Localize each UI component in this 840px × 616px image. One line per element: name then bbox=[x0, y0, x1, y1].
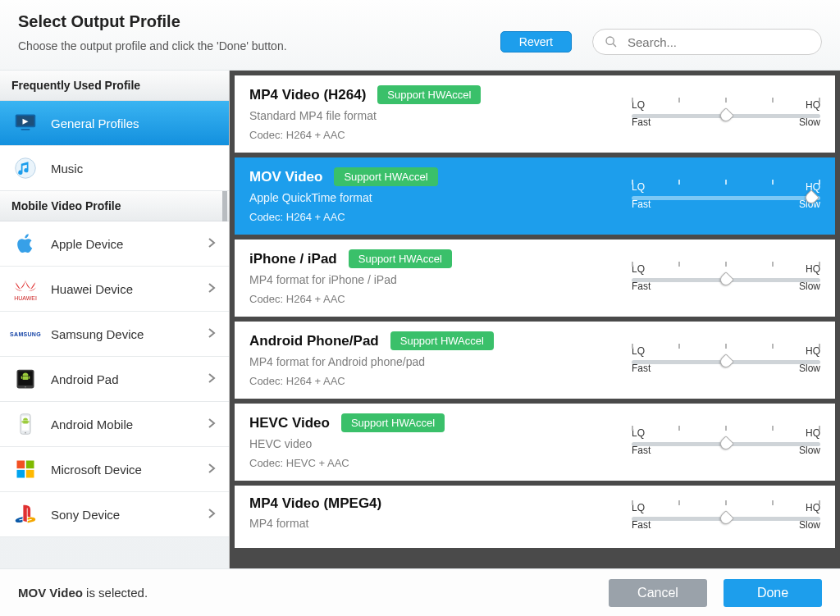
lq-label: LQ bbox=[632, 345, 645, 357]
profile-subtitle: MP4 format for iPhone / iPad bbox=[249, 273, 615, 286]
sidebar-item-sony[interactable]: Sony Device bbox=[0, 492, 229, 537]
profile-info: MP4 Video (H264)Support HWAccelStandard … bbox=[249, 85, 615, 141]
svg-rect-10 bbox=[23, 376, 29, 380]
fast-label: Fast bbox=[632, 445, 651, 456]
profile-row[interactable]: MOV VideoSupport HWAccelApple QuickTime … bbox=[235, 157, 835, 235]
profile-subtitle: Standard MP4 file format bbox=[249, 109, 615, 122]
svg-rect-11 bbox=[21, 376, 22, 380]
profile-title: MP4 Video (H264)Support HWAccel bbox=[249, 85, 615, 104]
slow-label: Slow bbox=[799, 445, 820, 456]
sidebar-item-android-mobile[interactable]: Android Mobile bbox=[0, 402, 229, 447]
hq-label: HQ bbox=[806, 345, 820, 357]
profile-title-text: MP4 Video (MPEG4) bbox=[249, 495, 381, 512]
profile-list[interactable]: MP4 Video (H264)Support HWAccelStandard … bbox=[230, 71, 840, 568]
profile-codec: Codec: H264 + AAC bbox=[249, 129, 615, 141]
profile-subtitle: HEVC video bbox=[249, 437, 615, 450]
profile-title-text: MOV Video bbox=[249, 169, 322, 185]
quality-slider[interactable]: LQHQFastSlow bbox=[632, 502, 820, 531]
sidebar-item-huawei[interactable]: HUAWEI Huawei Device bbox=[0, 267, 229, 312]
playstation-icon bbox=[13, 502, 38, 527]
monitor-icon bbox=[13, 111, 38, 135]
profile-codec: Codec: H264 + AAC bbox=[249, 293, 615, 305]
profile-row[interactable]: MP4 Video (MPEG4)MP4 formatLQHQFastSlow bbox=[235, 486, 835, 548]
chevron-right-icon bbox=[208, 327, 216, 341]
music-icon bbox=[13, 156, 38, 180]
sidebar-item-apple[interactable]: Apple Device bbox=[0, 221, 229, 267]
slider-track[interactable] bbox=[632, 278, 820, 282]
hwaccel-badge: Support HWAccel bbox=[349, 249, 452, 268]
quality-slider[interactable]: LQHQFastSlow bbox=[632, 345, 820, 374]
profile-title: MP4 Video (MPEG4) bbox=[249, 495, 615, 512]
fast-label: Fast bbox=[632, 281, 651, 292]
page-title: Select Output Profile bbox=[18, 12, 287, 31]
svg-rect-19 bbox=[17, 461, 25, 469]
lq-label: LQ bbox=[632, 181, 645, 193]
svg-point-6 bbox=[16, 158, 36, 179]
status-suffix: is selected. bbox=[83, 586, 148, 600]
profile-row[interactable]: iPhone / iPadSupport HWAccelMP4 format f… bbox=[235, 240, 835, 317]
lq-label: LQ bbox=[632, 502, 645, 513]
sidebar-item-label: Samsung Device bbox=[51, 327, 144, 341]
android-mobile-icon bbox=[13, 412, 38, 436]
hwaccel-badge: Support HWAccel bbox=[341, 413, 445, 432]
sidebar-section-frequently-used: Frequently Used Profile bbox=[0, 71, 229, 101]
sidebar-item-label: Apple Device bbox=[51, 237, 123, 251]
quality-slider[interactable]: LQHQFastSlow bbox=[632, 181, 820, 210]
profile-info: Android Phone/PadSupport HWAccelMP4 form… bbox=[249, 331, 615, 387]
chevron-right-icon bbox=[208, 418, 216, 431]
hwaccel-badge: Support HWAccel bbox=[334, 167, 437, 186]
profile-title: Android Phone/PadSupport HWAccel bbox=[249, 331, 615, 350]
profile-row[interactable]: Android Phone/PadSupport HWAccelMP4 form… bbox=[235, 322, 835, 399]
lq-label: LQ bbox=[632, 99, 645, 111]
hq-label: HQ bbox=[806, 502, 820, 513]
slider-track[interactable] bbox=[632, 360, 820, 364]
slider-track[interactable] bbox=[632, 517, 820, 521]
svg-rect-21 bbox=[17, 470, 25, 478]
profile-title-text: HEVC Video bbox=[249, 415, 330, 431]
svg-line-1 bbox=[613, 43, 616, 47]
sidebar-item-android-pad[interactable]: Android Pad bbox=[0, 357, 229, 402]
svg-rect-17 bbox=[22, 421, 23, 423]
page-subtitle: Choose the output profile and click the … bbox=[18, 39, 287, 52]
sidebar-item-label: Sony Device bbox=[51, 508, 120, 522]
sidebar-item-samsung[interactable]: SAMSUNG Samsung Device bbox=[0, 312, 229, 357]
profile-title: iPhone / iPadSupport HWAccel bbox=[249, 249, 615, 268]
slider-track[interactable] bbox=[632, 442, 820, 446]
profile-row[interactable]: MP4 Video (H264)Support HWAccelStandard … bbox=[235, 75, 835, 153]
slider-track[interactable] bbox=[632, 196, 820, 200]
header-actions: Revert bbox=[500, 12, 822, 55]
revert-button[interactable]: Revert bbox=[500, 31, 572, 52]
apple-icon bbox=[13, 231, 38, 256]
hq-label: HQ bbox=[806, 263, 820, 275]
sidebar-item-general-profiles[interactable]: General Profiles bbox=[0, 101, 229, 146]
profile-title-text: Android Phone/Pad bbox=[249, 333, 379, 349]
svg-point-9 bbox=[25, 386, 26, 388]
slow-label: Slow bbox=[799, 116, 820, 128]
fast-label: Fast bbox=[632, 519, 651, 531]
svg-rect-20 bbox=[26, 461, 34, 469]
fast-label: Fast bbox=[632, 198, 651, 210]
done-button[interactable]: Done bbox=[724, 579, 822, 607]
profile-title: HEVC VideoSupport HWAccel bbox=[249, 413, 615, 432]
hq-label: HQ bbox=[806, 427, 820, 439]
svg-rect-5 bbox=[21, 129, 30, 130]
app-window: Select Output Profile Choose the output … bbox=[0, 0, 840, 616]
status-selected-name: MOV Video bbox=[18, 586, 83, 600]
search-field[interactable] bbox=[592, 29, 822, 55]
chevron-right-icon bbox=[208, 463, 216, 477]
sidebar-item-microsoft[interactable]: Microsoft Device bbox=[0, 447, 229, 492]
fast-label: Fast bbox=[632, 363, 651, 374]
search-input[interactable] bbox=[626, 34, 810, 50]
huawei-icon: HUAWEI bbox=[13, 276, 38, 301]
sidebar-item-label: Android Mobile bbox=[51, 418, 133, 431]
quality-slider[interactable]: LQHQFastSlow bbox=[632, 263, 820, 292]
cancel-button[interactable]: Cancel bbox=[609, 579, 707, 607]
sidebar-item-label: Android Pad bbox=[51, 372, 119, 386]
quality-slider[interactable]: LQHQFastSlow bbox=[632, 427, 820, 456]
sidebar-item-music[interactable]: Music bbox=[0, 146, 229, 191]
profile-info: MOV VideoSupport HWAccelApple QuickTime … bbox=[249, 167, 615, 223]
slow-label: Slow bbox=[799, 363, 820, 374]
quality-slider[interactable]: LQHQFastSlow bbox=[632, 99, 820, 128]
slider-track[interactable] bbox=[632, 114, 820, 118]
profile-row[interactable]: HEVC VideoSupport HWAccelHEVC videoCodec… bbox=[235, 404, 835, 481]
